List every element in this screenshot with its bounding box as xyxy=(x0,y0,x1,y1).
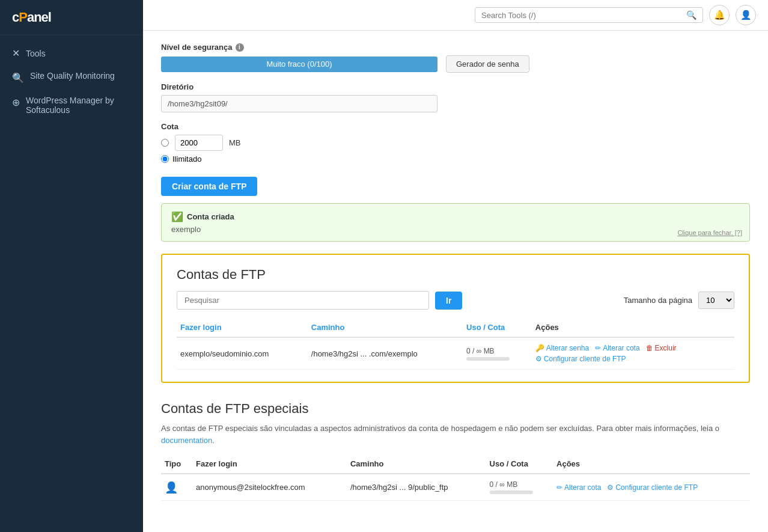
sp-action-row: ✏ Alterar cota ⚙ Configurar cliente de F… xyxy=(556,483,746,492)
action-links: 🔑 Alterar senha ✏ Alterar cota 🗑 xyxy=(535,344,731,363)
col-acoes: Ações xyxy=(532,318,734,337)
key-icon: 🔑 xyxy=(535,344,544,352)
alterar-cota-link[interactable]: ✏ Alterar cota xyxy=(595,344,639,352)
close-link[interactable]: Clique para fechar. [?] xyxy=(677,229,742,236)
sidebar-item-wordpress[interactable]: ⊕ WordPress Manager by Softaculous xyxy=(0,90,143,121)
cell-uso-cota: 0 / ∞ MB xyxy=(463,337,532,370)
documentation-link[interactable]: documentation xyxy=(161,436,212,445)
special-table: Tipo Fazer login Caminho Uso / Cota Açõe… xyxy=(161,454,750,501)
tools-icon: ✕ xyxy=(12,47,20,59)
ftp-search-input[interactable] xyxy=(177,291,429,310)
usage-text: 0 / ∞ MB xyxy=(466,347,528,355)
search-icon: 🔍 xyxy=(686,10,696,20)
excluir-link[interactable]: 🗑 Excluir xyxy=(646,344,677,352)
security-bar: Muito fraco (0/100) xyxy=(161,57,437,72)
security-bar-container: Muito fraco (0/100) Gerador de senha xyxy=(161,55,750,73)
special-title: Contas de FTP especiais xyxy=(161,401,750,417)
ir-button[interactable]: Ir xyxy=(435,292,462,310)
gerador-button[interactable]: Gerador de senha xyxy=(446,55,529,73)
sp-alterar-cota-link[interactable]: ✏ Alterar cota xyxy=(556,483,601,492)
trash-icon: 🗑 xyxy=(646,344,653,352)
directory-input[interactable] xyxy=(161,95,437,112)
edit-icon: ✏ xyxy=(595,344,601,352)
configurar-cliente-link[interactable]: ⚙ Configurar cliente de FTP xyxy=(535,355,626,363)
bell-icon: 🔔 xyxy=(714,10,725,20)
page-size-select[interactable]: 10 25 50 100 xyxy=(698,292,734,309)
cell-actions: 🔑 Alterar senha ✏ Alterar cota 🗑 xyxy=(532,337,734,370)
success-sub: exemplo xyxy=(171,225,740,234)
security-group: Nível de segurança i Muito fraco (0/100)… xyxy=(161,43,750,73)
user-button[interactable]: 👤 xyxy=(736,5,756,25)
ftp-section-title: Contas de FTP xyxy=(177,267,734,283)
ftp-section: Contas de FTP Ir Tamanho da página 10 25… xyxy=(161,254,750,383)
sp-col-caminho: Caminho xyxy=(347,454,486,474)
special-table-row: 👤 anonymous@2sitelockfree.com /home3/hg2… xyxy=(161,474,750,501)
sp-col-uso: Uso / Cota xyxy=(486,454,553,474)
security-label: Nível de segurança i xyxy=(161,43,750,52)
sidebar-item-label-wp: WordPress Manager by Softaculous xyxy=(26,96,131,115)
sp-usage-text: 0 / ∞ MB xyxy=(490,480,549,489)
cell-login: exemplo/seudominio.com xyxy=(177,337,308,370)
sp-usage-bar-bg xyxy=(490,491,533,494)
sp-configurar-cliente-link[interactable]: ⚙ Configurar cliente de FTP xyxy=(607,483,698,492)
header: 🔍 🔔 👤 xyxy=(143,0,768,31)
quota-unit: MB xyxy=(229,138,241,147)
col-caminho: Caminho xyxy=(308,318,463,337)
sidebar-nav: ✕ Tools 🔍 Site Quality Monitoring ⊕ Word… xyxy=(0,35,143,127)
usage-bar-bg xyxy=(466,357,510,361)
sp-cell-actions: ✏ Alterar cota ⚙ Configurar cliente de F… xyxy=(553,474,750,501)
col-fazer-login: Fazer login xyxy=(177,318,308,337)
sp-cell-login: anonymous@2sitelockfree.com xyxy=(192,474,347,501)
logo-area: cPanel xyxy=(0,0,143,35)
quota-row: MB xyxy=(161,135,750,151)
directory-label: Diretório xyxy=(161,82,750,91)
quota-radio-value[interactable] xyxy=(161,139,169,147)
check-icon: ✅ xyxy=(171,211,183,222)
sp-col-tipo: Tipo xyxy=(161,454,192,474)
sidebar-item-label-sqm: Site Quality Monitoring xyxy=(30,71,115,81)
sidebar-item-tools[interactable]: ✕ Tools xyxy=(0,41,143,65)
col-uso-cota: Uso / Cota xyxy=(463,318,532,337)
sp-col-acoes: Ações xyxy=(553,454,750,474)
sidebar-item-site-quality[interactable]: 🔍 Site Quality Monitoring xyxy=(0,65,143,90)
special-ftp-section: Contas de FTP especiais As contas de FTP… xyxy=(161,401,750,501)
ftp-search-row: Ir Tamanho da página 10 25 50 100 xyxy=(177,291,734,310)
user-icon: 👤 xyxy=(740,10,752,20)
ilimitado-row: Ilimitado xyxy=(161,154,750,164)
action-row-2: ⚙ Configurar cliente de FTP xyxy=(535,355,731,363)
content-area: Nível de segurança i Muito fraco (0/100)… xyxy=(143,31,768,532)
success-title: ✅ Conta criada xyxy=(171,211,740,222)
anon-icon: 👤 xyxy=(165,482,178,494)
site-quality-icon: 🔍 xyxy=(12,72,24,84)
quota-label: Cota xyxy=(161,122,750,131)
success-box: ✅ Conta criada exemplo Clique para fecha… xyxy=(161,203,750,242)
cpanel-logo: cPanel xyxy=(12,10,51,25)
quota-radio-ilimitado[interactable] xyxy=(161,155,169,163)
cell-caminho: /home3/hg2si ... .com/exemplo xyxy=(308,337,463,370)
action-row-1: 🔑 Alterar senha ✏ Alterar cota 🗑 xyxy=(535,344,731,352)
alterar-senha-link[interactable]: 🔑 Alterar senha xyxy=(535,344,589,352)
sp-cell-uso: 0 / ∞ MB xyxy=(486,474,553,501)
criar-button[interactable]: Criar conta de FTP xyxy=(161,177,257,196)
search-bar-container: 🔍 xyxy=(475,7,703,23)
wordpress-icon: ⊕ xyxy=(12,97,20,108)
header-icons: 🔔 👤 xyxy=(709,5,756,25)
sp-cell-tipo: 👤 xyxy=(161,474,192,501)
sp-gear-icon: ⚙ xyxy=(607,483,614,492)
quota-group: Cota MB Ilimitado xyxy=(161,122,750,164)
sp-col-login: Fazer login xyxy=(192,454,347,474)
page-size-label: Tamanho da página xyxy=(624,296,692,305)
sidebar-item-label-tools: Tools xyxy=(26,49,46,58)
main-content: 🔍 🔔 👤 Nível de segurança i Muito fraco (… xyxy=(143,0,768,532)
quota-value-input[interactable] xyxy=(175,135,223,151)
table-row: exemplo/seudominio.com /home3/hg2si ... … xyxy=(177,337,734,370)
special-description: As contas de FTP especiais são vinculada… xyxy=(161,423,750,446)
gear-icon: ⚙ xyxy=(535,355,542,363)
search-input[interactable] xyxy=(481,11,686,20)
ftp-table: Fazer login Caminho Uso / Cota Ações exe… xyxy=(177,318,734,370)
info-icon[interactable]: i xyxy=(236,43,244,52)
sidebar: cPanel ✕ Tools 🔍 Site Quality Monitoring… xyxy=(0,0,143,532)
ilimitado-label: Ilimitado xyxy=(172,154,201,164)
sp-edit-icon: ✏ xyxy=(556,483,562,492)
notification-button[interactable]: 🔔 xyxy=(709,5,730,25)
